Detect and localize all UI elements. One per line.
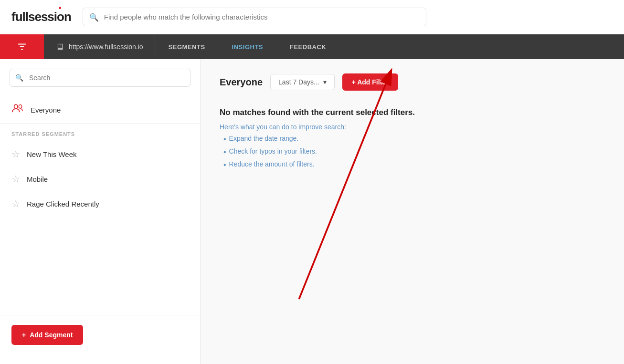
sidebar-search-wrapper[interactable]: 🔍: [10, 69, 190, 87]
everyone-icon: [11, 102, 24, 117]
sidebar-item-rage-clicked[interactable]: ☆ Rage Clicked Recently: [0, 191, 200, 216]
add-segment-label: Add Segment: [30, 331, 73, 339]
logo-text: fullsession: [11, 10, 71, 24]
sidebar: 🔍 Everyone STARRED SEGMENTS ☆ New This W…: [0, 59, 201, 364]
add-filter-label: + Add Filter: [352, 78, 389, 86]
nav-links: SEGMENTS INSIGHTS FEEDBACK: [155, 34, 340, 59]
content-everyone-title: Everyone: [220, 77, 263, 88]
everyone-label: Everyone: [31, 106, 61, 114]
improve-search-label: Here's what you can do to improve search…: [220, 123, 605, 131]
svg-point-4: [19, 105, 22, 108]
people-icon: [11, 102, 24, 114]
nav-link-segments[interactable]: SEGMENTS: [155, 34, 219, 59]
star-icon-mobile: ☆: [11, 173, 20, 185]
nav-link-insights[interactable]: INSIGHTS: [219, 34, 276, 59]
add-segment-button[interactable]: + Add Segment: [11, 325, 83, 345]
nav-url-text: https://www.fullsession.io: [69, 43, 143, 51]
sidebar-item-everyone[interactable]: Everyone: [0, 96, 200, 124]
sidebar-search-icon: 🔍: [15, 74, 23, 82]
no-matches-title: No matches found with the current select…: [220, 108, 605, 117]
add-filter-button[interactable]: + Add Filter: [342, 73, 398, 91]
suggestion-item-2: Check for typos in your filters.: [223, 147, 605, 157]
filter-icon: [17, 42, 27, 52]
date-dropdown-label: Last 7 Days...: [278, 78, 319, 86]
suggestion-item-1: Expand the date range.: [223, 135, 605, 145]
star-icon-rage-clicked: ☆: [11, 198, 20, 209]
sidebar-item-new-this-week[interactable]: ☆ New This Week: [0, 142, 200, 166]
segment-label-new-this-week: New This Week: [27, 150, 76, 158]
nav-bar: 🖥 https://www.fullsession.io SEGMENTS IN…: [0, 34, 624, 59]
content-area: Everyone Last 7 Days... ▾ + Add Filter N…: [201, 59, 624, 364]
search-icon: 🔍: [89, 12, 99, 21]
svg-point-3: [14, 104, 18, 108]
date-dropdown[interactable]: Last 7 Days... ▾: [270, 74, 335, 90]
sidebar-search-input[interactable]: [10, 69, 190, 87]
monitor-icon: 🖥: [55, 42, 64, 52]
add-segment-plus: +: [22, 331, 26, 339]
nav-link-feedback[interactable]: FEEDBACK: [276, 34, 339, 59]
top-bar: fullsession 🔍: [0, 0, 624, 34]
suggestion-item-3: Reduce the amount of filters.: [223, 160, 605, 170]
global-search-bar[interactable]: 🔍: [83, 8, 426, 26]
nav-url-section: 🖥 https://www.fullsession.io: [44, 34, 155, 59]
sidebar-item-mobile[interactable]: ☆ Mobile: [0, 166, 200, 191]
content-header: Everyone Last 7 Days... ▾ + Add Filter: [220, 73, 605, 91]
segment-label-mobile: Mobile: [27, 175, 48, 183]
global-search-input[interactable]: [83, 8, 426, 26]
filter-nav-button[interactable]: [0, 34, 44, 59]
suggestion-list: Expand the date range. Check for typos i…: [220, 135, 605, 170]
red-arrow-overlay: [201, 59, 624, 364]
sidebar-footer: + Add Segment: [0, 315, 200, 354]
segment-label-rage-clicked: Rage Clicked Recently: [27, 200, 99, 208]
chevron-down-icon: ▾: [323, 78, 327, 86]
main-layout: 🔍 Everyone STARRED SEGMENTS ☆ New This W…: [0, 59, 624, 364]
star-icon-new-this-week: ☆: [11, 148, 20, 160]
starred-segments-label: STARRED SEGMENTS: [0, 124, 200, 142]
logo: fullsession: [11, 10, 71, 24]
